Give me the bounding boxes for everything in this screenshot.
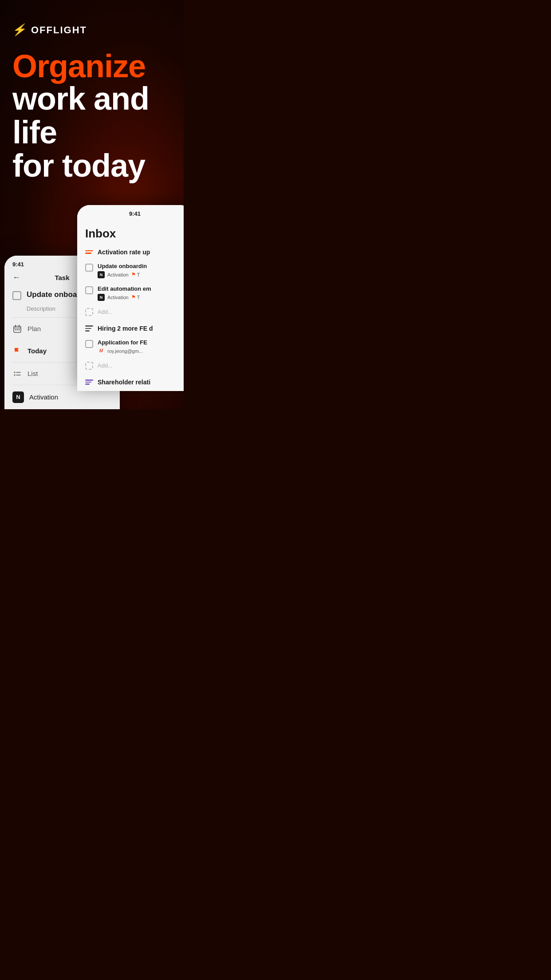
- flag-icon: [12, 346, 22, 356]
- task-nav-title: Task: [55, 274, 69, 281]
- inbox-task-name-2: Edit automation em: [98, 285, 184, 292]
- time-left: 9:41: [12, 261, 24, 268]
- svg-point-6: [14, 371, 16, 373]
- list-label: List: [28, 370, 38, 377]
- phones-container: 9:41 ▐▌▌ ← Task Update onboard: [0, 196, 184, 409]
- inbox-checkbox-2[interactable]: [85, 286, 93, 294]
- red-lines-icon: [85, 250, 93, 254]
- svg-point-8: [14, 374, 16, 375]
- today-label: Today: [28, 347, 47, 355]
- inbox-task-2[interactable]: Edit automation em N Activation ⚑ T: [77, 282, 184, 304]
- inbox-task-name-1: Update onboardin: [98, 263, 184, 269]
- flag-icon-1: ⚑: [131, 272, 136, 277]
- gmail-icon: M: [99, 348, 103, 353]
- hero-line1: Organize: [12, 50, 171, 82]
- gmail-text: roy.jeong@gm...: [107, 348, 143, 354]
- logo-text: OFFLIGHT: [31, 24, 87, 36]
- add-text-1: Add...: [98, 308, 113, 315]
- inbox-task-content-1: Update onboardin N Activation ⚑ T: [98, 263, 184, 278]
- add-row-1[interactable]: Add...: [77, 304, 184, 320]
- group-title-2: Hiring 2 more FE d: [98, 325, 153, 332]
- inbox-task-name-3: Application for FE: [98, 339, 184, 346]
- group-title-3: Shareholder relati: [98, 379, 150, 386]
- notion-icon: N: [12, 391, 24, 403]
- flag-text-1: T: [137, 272, 140, 277]
- group-header-2[interactable]: Hiring 2 more FE d: [77, 321, 184, 336]
- inbox-checkbox-3[interactable]: [85, 340, 93, 348]
- inbox-task-content-3: Application for FE M roy.jeong@gm...: [98, 339, 184, 355]
- inbox-task-meta-1: N Activation ⚑ T: [98, 271, 184, 278]
- inbox-task-meta-2: N Activation ⚑ T: [98, 294, 184, 301]
- inbox-group-1: Activation rate up Update onboardin N Ac…: [77, 245, 184, 320]
- hero-line2: work and life for today: [12, 82, 171, 183]
- add-row-2[interactable]: Add...: [77, 358, 184, 373]
- inbox-task-3[interactable]: Application for FE M roy.jeong@gm...: [77, 336, 184, 358]
- flag-icon-2: ⚑: [131, 294, 136, 300]
- purple-lines-icon: [85, 379, 93, 385]
- notion-label: Activation: [29, 393, 58, 401]
- notion-badge-2: N: [98, 294, 105, 301]
- svg-rect-2: [19, 325, 20, 327]
- group-header-3[interactable]: Shareholder relati: [77, 375, 184, 389]
- logo-icon: ⚡: [11, 23, 28, 37]
- time-right: 9:41: [129, 210, 141, 217]
- svg-rect-1: [15, 325, 16, 327]
- gmail-badge: M: [98, 348, 105, 355]
- notion-badge-label-1: Activation: [107, 272, 129, 277]
- inbox-task-meta-3: M roy.jeong@gm...: [98, 348, 184, 355]
- add-icon-2: [85, 362, 93, 370]
- notion-badge-1: N: [98, 271, 105, 278]
- inbox-group-2: Hiring 2 more FE d Application for FE M …: [77, 321, 184, 373]
- back-button[interactable]: ←: [12, 273, 20, 282]
- inbox-task-content-2: Edit automation em N Activation ⚑ T: [98, 285, 184, 301]
- task-checkbox[interactable]: [12, 291, 21, 300]
- flag-text-2: T: [137, 295, 140, 300]
- inbox-group-3: Shareholder relati: [77, 375, 184, 389]
- phone-inbox: 9:41 Inbox Activation rate up Update onb…: [77, 205, 184, 391]
- inbox-checkbox-1[interactable]: [85, 264, 93, 272]
- inbox-task-1[interactable]: Update onboardin N Activation ⚑ T: [77, 259, 184, 282]
- status-bar-right: 9:41: [77, 205, 184, 220]
- svg-rect-3: [15, 329, 16, 330]
- list-icon: [12, 369, 22, 379]
- plan-label: Plan: [28, 325, 41, 332]
- notion-badge-label-2: Activation: [107, 295, 129, 300]
- group-header-1[interactable]: Activation rate up: [77, 245, 184, 259]
- header: ⚡ OFFLIGHT: [0, 0, 184, 37]
- hero-section: Organize work and life for today: [0, 37, 184, 183]
- calendar-icon: [12, 324, 22, 334]
- flag-badge-1: ⚑ T: [131, 272, 140, 277]
- add-text-2: Add...: [98, 362, 113, 369]
- svg-rect-5: [19, 329, 20, 330]
- group-title-1: Activation rate up: [98, 249, 150, 256]
- add-icon-1: [85, 308, 93, 316]
- flag-badge-2: ⚑ T: [131, 294, 140, 300]
- gray-lines-icon: [85, 325, 93, 332]
- svg-rect-4: [17, 329, 18, 330]
- inbox-title: Inbox: [77, 220, 184, 245]
